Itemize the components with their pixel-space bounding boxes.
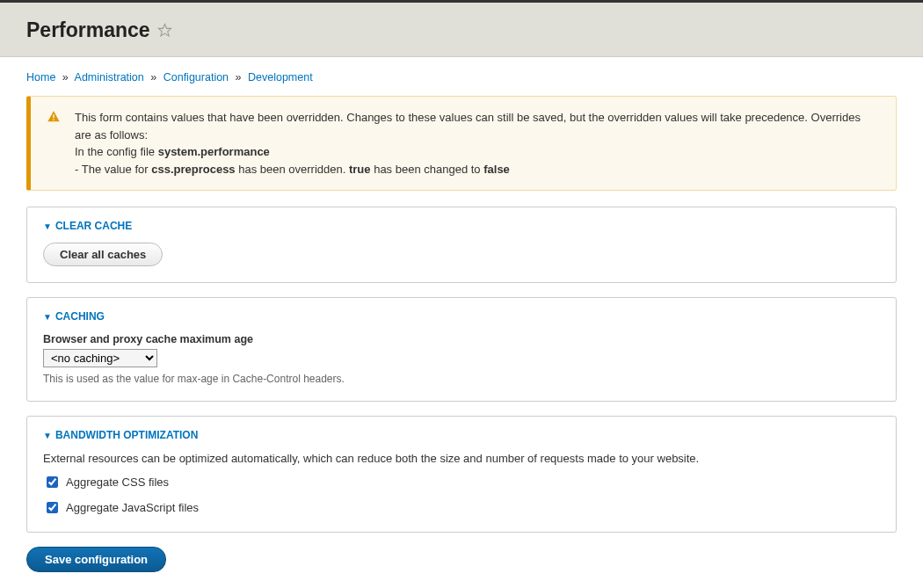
clear-cache-legend-text: CLEAR CACHE bbox=[55, 220, 132, 232]
caching-legend[interactable]: ▼ CACHING bbox=[43, 310, 880, 323]
warning-config-file: system.performance bbox=[158, 145, 270, 158]
warning-old-value: true bbox=[349, 163, 371, 176]
page-header: Performance bbox=[0, 3, 923, 57]
content-region: Home » Administration » Configuration » … bbox=[0, 57, 923, 588]
bandwidth-intro: External resources can be optimized auto… bbox=[43, 452, 880, 465]
aggregate-js-checkbox[interactable] bbox=[47, 502, 58, 513]
svg-rect-1 bbox=[53, 114, 54, 118]
aggregate-css-row[interactable]: Aggregate CSS files bbox=[43, 474, 880, 490]
disclosure-icon: ▼ bbox=[43, 221, 52, 231]
cache-max-age-label: Browser and proxy cache maximum age bbox=[43, 333, 880, 345]
disclosure-icon: ▼ bbox=[43, 312, 52, 322]
breadcrumb-sep: » bbox=[236, 71, 242, 83]
svg-marker-0 bbox=[158, 24, 171, 35]
cache-max-age-select[interactable]: <no caching> bbox=[43, 349, 157, 367]
breadcrumb-home[interactable]: Home bbox=[26, 71, 55, 83]
warning-text: This form contains values that have been… bbox=[75, 109, 880, 178]
breadcrumb-sep: » bbox=[150, 71, 156, 83]
warning-new-value: false bbox=[483, 163, 510, 176]
clear-cache-legend[interactable]: ▼ CLEAR CACHE bbox=[43, 220, 880, 232]
bandwidth-fieldset: ▼ BANDWIDTH OPTIMIZATION External resour… bbox=[26, 416, 897, 533]
cache-max-age-description: This is used as the value for max-age in… bbox=[43, 373, 880, 385]
warning-line2-prefix: - The value for bbox=[75, 163, 151, 176]
aggregate-css-checkbox[interactable] bbox=[47, 476, 58, 488]
breadcrumb-administration[interactable]: Administration bbox=[75, 71, 144, 83]
disclosure-icon: ▼ bbox=[43, 431, 52, 440]
warning-icon bbox=[47, 110, 61, 124]
warning-line1-prefix: In the config file bbox=[75, 145, 158, 158]
page-title-row: Performance bbox=[26, 18, 172, 42]
page-title: Performance bbox=[26, 18, 150, 42]
caching-fieldset: ▼ CACHING Browser and proxy cache maximu… bbox=[26, 297, 897, 402]
clear-cache-fieldset: ▼ CLEAR CACHE Clear all caches bbox=[26, 207, 897, 283]
warning-mid2: has been changed to bbox=[371, 163, 484, 176]
svg-rect-2 bbox=[53, 120, 54, 120]
breadcrumb: Home » Administration » Configuration » … bbox=[26, 71, 897, 83]
star-icon[interactable] bbox=[157, 23, 172, 38]
bandwidth-legend-text: BANDWIDTH OPTIMIZATION bbox=[55, 429, 198, 441]
aggregate-js-label: Aggregate JavaScript files bbox=[66, 501, 199, 514]
warning-mid1: has been overridden. bbox=[236, 163, 349, 176]
bandwidth-legend[interactable]: ▼ BANDWIDTH OPTIMIZATION bbox=[43, 429, 880, 441]
aggregate-js-row[interactable]: Aggregate JavaScript files bbox=[43, 499, 880, 516]
breadcrumb-configuration[interactable]: Configuration bbox=[164, 71, 229, 83]
aggregate-css-label: Aggregate CSS files bbox=[66, 475, 169, 489]
breadcrumb-sep: » bbox=[62, 71, 69, 83]
caching-legend-text: CACHING bbox=[55, 310, 105, 323]
warning-intro: This form contains values that have been… bbox=[75, 111, 861, 142]
clear-all-caches-button[interactable]: Clear all caches bbox=[43, 243, 163, 266]
warning-message: This form contains values that have been… bbox=[26, 96, 897, 191]
save-configuration-button[interactable]: Save configuration bbox=[26, 547, 166, 572]
breadcrumb-development[interactable]: Development bbox=[248, 71, 313, 83]
warning-key: css.preprocess bbox=[151, 163, 235, 176]
